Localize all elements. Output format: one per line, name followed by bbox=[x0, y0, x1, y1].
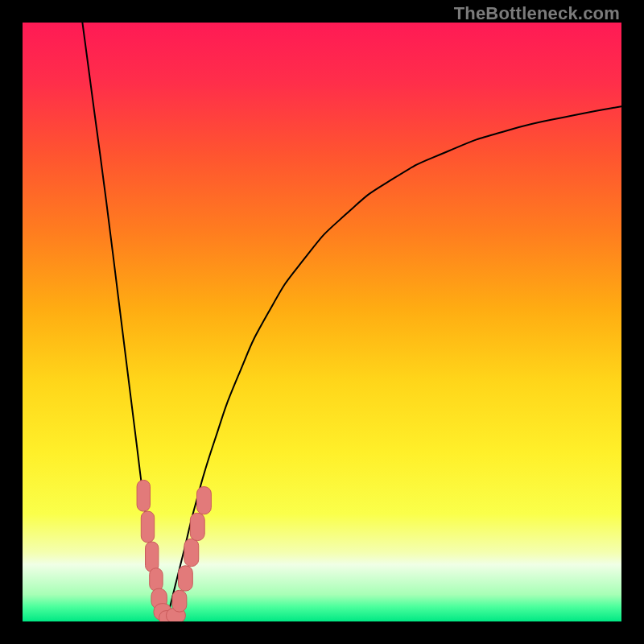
marker bbox=[137, 480, 150, 511]
gradient-background bbox=[23, 23, 621, 621]
marker bbox=[190, 513, 204, 540]
marker bbox=[146, 542, 159, 572]
marker bbox=[184, 539, 199, 566]
marker bbox=[197, 487, 212, 514]
watermark-text: TheBottleneck.com bbox=[454, 3, 620, 24]
outer-frame: TheBottleneck.com bbox=[0, 0, 644, 644]
marker bbox=[150, 568, 163, 591]
chart-svg bbox=[23, 23, 621, 621]
marker bbox=[141, 511, 154, 543]
plot-area bbox=[23, 23, 621, 621]
marker bbox=[178, 566, 192, 591]
marker bbox=[172, 590, 187, 612]
